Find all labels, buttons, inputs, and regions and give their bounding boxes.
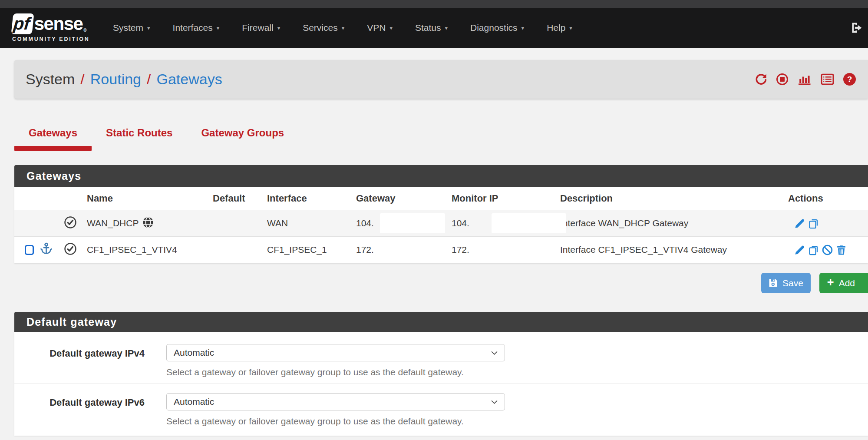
refresh-icon[interactable] xyxy=(754,73,767,86)
table-row: CF1_IPSEC_1_VTIV4 CF1_IPSEC_1 172. 172. … xyxy=(14,237,868,263)
default-gateway-panel-title: Default gateway xyxy=(14,312,868,332)
field-help-text: Select a gateway or failover gateway gro… xyxy=(166,367,868,377)
gateways-panel-title: Gateways xyxy=(14,165,868,187)
chevron-down-icon: ▾ xyxy=(445,25,448,31)
routing-tabs: Gateways Static Routes Gateway Groups xyxy=(14,122,298,151)
menu-item-system[interactable]: System▾ xyxy=(102,8,162,48)
anchor-icon[interactable] xyxy=(40,242,53,258)
gateways-panel: Gateways Name Default Interface Gateway … xyxy=(14,165,868,263)
bar-chart-icon[interactable] xyxy=(797,73,812,86)
gateways-table: Name Default Interface Gateway Monitor I… xyxy=(14,187,868,263)
tab-gateways[interactable]: Gateways xyxy=(14,122,92,151)
redaction-box xyxy=(492,213,566,233)
breadcrumb-routing-link[interactable]: Routing xyxy=(90,71,141,88)
col-interface: Interface xyxy=(267,193,356,204)
default-gateway-ipv4-field: Default gateway IPv4 Automatic Select a … xyxy=(14,332,868,384)
chevron-down-icon: ▾ xyxy=(217,25,220,31)
menu-item-interfaces[interactable]: Interfaces▾ xyxy=(162,8,231,48)
chevron-down-icon xyxy=(491,400,498,404)
table-header-row: Name Default Interface Gateway Monitor I… xyxy=(14,187,868,210)
menu-item-services[interactable]: Services▾ xyxy=(291,8,356,48)
menu-item-vpn[interactable]: VPN▾ xyxy=(356,8,404,48)
breadcrumb-separator: / xyxy=(80,71,84,88)
sign-out-icon[interactable] xyxy=(851,22,864,34)
pfsense-logo[interactable]: pf sense ® COMMUNITY EDITION xyxy=(12,13,96,42)
help-icon[interactable]: ? xyxy=(843,73,856,86)
col-name: Name xyxy=(87,193,213,204)
top-navbar: pf sense ® COMMUNITY EDITION System▾ Int… xyxy=(0,8,868,48)
logo-pf-box: pf xyxy=(11,13,34,34)
chevron-down-icon: ▾ xyxy=(521,25,525,31)
row-checkbox[interactable] xyxy=(25,245,34,255)
gateway-name: WAN_DHCP xyxy=(87,218,139,228)
logo-sense-text: sense xyxy=(34,13,83,34)
edit-icon[interactable] xyxy=(794,218,805,229)
menu-item-status[interactable]: Status▾ xyxy=(404,8,459,48)
gateway-name: CF1_IPSEC_1_VTIV4 xyxy=(87,245,177,255)
gateway-address: 104. xyxy=(356,218,374,228)
copy-icon[interactable] xyxy=(808,244,819,256)
menu-item-diagnostics[interactable]: Diagnostics▾ xyxy=(459,8,535,48)
pfsense-gateways-page: pf sense ® COMMUNITY EDITION System▾ Int… xyxy=(0,0,868,440)
logo-registered-mark: ® xyxy=(83,28,86,33)
monitor-ip: 172. xyxy=(452,245,469,255)
default-gateway-panel: Default gateway Default gateway IPv4 Aut… xyxy=(14,312,868,436)
default-gateway-ipv6-field: Default gateway IPv6 Automatic Select a … xyxy=(14,384,868,436)
gateway-address: 172. xyxy=(356,245,374,255)
main-menu: System▾ Interfaces▾ Firewall▾ Services▾ … xyxy=(102,8,584,48)
col-gateway: Gateway xyxy=(356,193,452,204)
menu-item-help[interactable]: Help▾ xyxy=(535,8,584,48)
breadcrumb-gateways-link[interactable]: Gateways xyxy=(156,71,222,88)
field-help-text: Select a gateway or failover gateway gro… xyxy=(166,416,868,427)
breadcrumb-separator: / xyxy=(147,71,151,88)
gateway-description: Interface CF1_IPSEC_1_VTIV4 Gateway xyxy=(560,245,788,255)
logo-subtitle: COMMUNITY EDITION xyxy=(12,36,96,42)
log-icon[interactable] xyxy=(821,73,834,85)
check-circle-icon xyxy=(64,216,77,231)
gateway-description: Interface WAN_DHCP Gateway xyxy=(560,218,788,228)
gateway-interface: WAN xyxy=(267,218,356,228)
breadcrumb-bar: System / Routing / Gateways xyxy=(14,60,868,99)
col-default: Default xyxy=(213,193,267,204)
window-top-strip xyxy=(0,0,868,8)
default-gateway-ipv6-select[interactable]: Automatic xyxy=(166,393,505,410)
globe-icon xyxy=(142,216,154,231)
chevron-down-icon: ▾ xyxy=(389,25,393,31)
redaction-box xyxy=(380,213,445,233)
default-gateway-form: Default gateway IPv4 Automatic Select a … xyxy=(14,332,868,436)
tab-static-routes[interactable]: Static Routes xyxy=(92,122,187,151)
breadcrumb: System / Routing / Gateways xyxy=(26,71,222,88)
stop-circle-icon[interactable] xyxy=(776,73,788,85)
add-button[interactable]: + Add xyxy=(819,273,868,293)
menu-item-firewall[interactable]: Firewall▾ xyxy=(231,8,291,48)
monitor-ip: 104. xyxy=(452,218,469,228)
col-description: Description xyxy=(560,193,788,204)
disable-icon[interactable] xyxy=(822,244,833,256)
copy-icon[interactable] xyxy=(808,218,819,229)
chevron-down-icon: ▾ xyxy=(147,25,150,31)
default-gateway-ipv4-select[interactable]: Automatic xyxy=(166,344,505,361)
breadcrumb-action-icons: ? xyxy=(754,73,856,86)
delete-icon[interactable] xyxy=(835,244,847,256)
col-monitor-ip: Monitor IP xyxy=(452,193,560,204)
save-button[interactable]: Save xyxy=(761,273,811,293)
chevron-down-icon: ▾ xyxy=(342,25,345,31)
edit-icon[interactable] xyxy=(794,244,805,256)
save-icon xyxy=(769,278,778,288)
check-circle-icon xyxy=(64,242,77,258)
default-gateway-ipv4-label: Default gateway IPv4 xyxy=(14,344,145,383)
breadcrumb-system: System xyxy=(26,71,75,88)
default-gateway-ipv6-label: Default gateway IPv6 xyxy=(14,393,145,436)
plus-icon: + xyxy=(827,277,834,288)
table-row: WAN_DHCP WAN xyxy=(14,210,868,237)
table-action-buttons: Save + Add xyxy=(761,273,868,293)
gateway-interface: CF1_IPSEC_1 xyxy=(267,245,356,255)
chevron-down-icon: ▾ xyxy=(569,25,572,31)
chevron-down-icon xyxy=(491,351,498,355)
chevron-down-icon: ▾ xyxy=(277,25,281,31)
tab-gateway-groups[interactable]: Gateway Groups xyxy=(187,122,298,151)
col-actions: Actions xyxy=(788,193,868,204)
